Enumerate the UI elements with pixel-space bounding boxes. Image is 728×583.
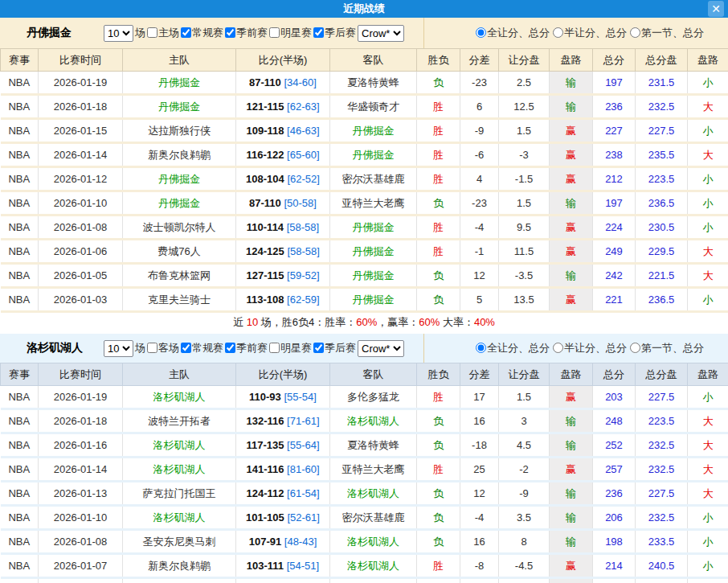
filter-checkbox-option[interactable]: 常规赛 bbox=[179, 26, 223, 40]
league-cell: NBA bbox=[1, 264, 39, 288]
point-diff-cell: 25 bbox=[460, 458, 499, 482]
game-row: NBA2026-01-07新奥尔良鹈鹕103-111 [54-51]洛杉矶湖人胜… bbox=[1, 554, 728, 578]
filter-checkbox-option[interactable]: 季前赛 bbox=[223, 341, 268, 355]
view-radio-option[interactable]: 全让分、总分 bbox=[474, 26, 550, 40]
total-line-cell: 232.5 bbox=[636, 433, 688, 458]
date-cell: 2026-01-07 bbox=[39, 554, 123, 578]
view-radio[interactable] bbox=[630, 343, 640, 353]
filter-right: 全让分、总分半让分、总分第一节、总分 bbox=[423, 18, 728, 48]
total-line-cell: 227.5 bbox=[636, 386, 688, 409]
half-score: [61-54] bbox=[284, 487, 319, 499]
view-radio-option[interactable]: 第一节、总分 bbox=[628, 26, 704, 40]
over-under-cell: 小 bbox=[688, 119, 728, 143]
col-away: 客队 bbox=[330, 363, 417, 386]
bookmaker-select[interactable]: Crow* bbox=[358, 25, 404, 42]
half-score: [54-51] bbox=[284, 560, 319, 572]
view-radio[interactable] bbox=[553, 343, 563, 353]
full-score: 87-110 bbox=[249, 197, 281, 209]
filter-checkbox-option[interactable]: 季前赛 bbox=[223, 26, 268, 40]
view-radio[interactable] bbox=[553, 27, 563, 38]
total-cell: 198 bbox=[593, 530, 636, 554]
game-row: NBA2026-01-08波士顿凯尔特人110-114 [58-58]丹佛掘金胜… bbox=[1, 216, 728, 240]
filter-checkbox-option[interactable]: 季后赛 bbox=[312, 26, 356, 40]
league-cell: NBA bbox=[1, 119, 39, 143]
total-cell: 197 bbox=[593, 191, 636, 216]
point-diff-cell: 6 bbox=[460, 578, 499, 583]
view-radio-label: 第一节、总分 bbox=[641, 341, 704, 355]
handicap-result-cell: 输 bbox=[550, 482, 593, 506]
game-row: NBA2026-01-08圣安东尼奥马刺107-91 [48-43]洛杉矶湖人负… bbox=[1, 530, 728, 554]
handicap-cell: 1.5 bbox=[499, 191, 550, 216]
score-cell: 101-105 [52-61] bbox=[236, 506, 330, 530]
total-line-cell: 223.5 bbox=[636, 409, 688, 433]
full-score: 103-111 bbox=[247, 560, 284, 572]
filter-checkbox-option[interactable]: 客场 bbox=[145, 341, 179, 355]
filter-checkbox-label: 主场 bbox=[158, 26, 179, 40]
total-line-cell: 227.5 bbox=[636, 119, 688, 143]
view-radio-group: 全让分、总分半让分、总分第一节、总分 bbox=[474, 341, 706, 356]
filter-checkbox[interactable] bbox=[225, 27, 235, 38]
view-radio[interactable] bbox=[630, 27, 640, 38]
over-under-cell: 小 bbox=[688, 506, 728, 530]
filter-checkbox-option[interactable]: 季后赛 bbox=[312, 341, 356, 355]
close-icon[interactable]: ✕ bbox=[708, 1, 724, 17]
point-diff-cell: -9 bbox=[460, 119, 499, 143]
game-row: NBA2026-01-14新奥尔良鹈鹕116-122 [65-60]丹佛掘金胜-… bbox=[1, 143, 728, 167]
handicap-cell: -1.5 bbox=[499, 167, 550, 191]
filter-checkbox[interactable] bbox=[269, 343, 280, 353]
filter-checkbox-option[interactable]: 明星赛 bbox=[268, 26, 312, 40]
half-score: [58-58] bbox=[284, 245, 320, 257]
away-team-cell: 多伦多猛龙 bbox=[330, 386, 417, 409]
handicap-cell: 9.5 bbox=[499, 216, 550, 240]
filter-checkbox[interactable] bbox=[147, 343, 157, 353]
games-suffix-label: 场 bbox=[135, 26, 145, 40]
over-under-cell: 大 bbox=[688, 482, 728, 506]
view-radio-option[interactable]: 半让分、总分 bbox=[551, 341, 627, 355]
over-under-cell: 小 bbox=[688, 554, 728, 578]
filter-checkbox[interactable] bbox=[269, 27, 280, 38]
games-count-select[interactable]: 10 bbox=[104, 25, 133, 42]
filter-checkbox[interactable] bbox=[313, 343, 324, 353]
filter-checkbox-option[interactable]: 明星赛 bbox=[268, 341, 312, 355]
score-cell: 110-93 [55-54] bbox=[236, 386, 330, 409]
point-diff-cell: -1 bbox=[460, 240, 499, 264]
handicap-result-cell: 赢 bbox=[550, 386, 593, 409]
date-cell: 2026-01-10 bbox=[39, 191, 123, 216]
handicap-result-cell: 输 bbox=[550, 578, 593, 583]
col-score: 比分(半场) bbox=[236, 363, 330, 386]
score-cell: 109-118 [46-63] bbox=[236, 119, 330, 143]
view-radio-option[interactable]: 全让分、总分 bbox=[474, 341, 550, 355]
view-radio[interactable] bbox=[476, 343, 486, 353]
view-radio-option[interactable]: 半让分、总分 bbox=[551, 26, 627, 40]
view-radio-label: 半让分、总分 bbox=[564, 26, 627, 40]
games-count-select[interactable]: 10 bbox=[104, 340, 133, 357]
date-cell: 2026-01-15 bbox=[39, 119, 123, 143]
away-team-cell: 夏洛特黄蜂 bbox=[330, 72, 417, 95]
filter-checkbox[interactable] bbox=[147, 27, 157, 38]
filter-checkbox[interactable] bbox=[225, 343, 235, 353]
filter-checkbox[interactable] bbox=[181, 343, 191, 353]
total-cell: 197 bbox=[593, 72, 636, 95]
half-score: [52-61] bbox=[284, 511, 320, 523]
league-cell: NBA bbox=[1, 167, 39, 191]
point-diff-cell: -23 bbox=[460, 72, 499, 95]
filter-checkbox-option[interactable]: 常规赛 bbox=[179, 341, 223, 355]
league-cell: NBA bbox=[1, 530, 39, 554]
win-loss-cell: 胜 bbox=[417, 95, 460, 119]
filter-checkbox[interactable] bbox=[181, 27, 191, 38]
over-under-cell: 大 bbox=[688, 240, 728, 264]
full-score: 116-122 bbox=[246, 149, 284, 161]
league-cell: NBA bbox=[1, 95, 39, 119]
win-loss-cell: 负 bbox=[417, 191, 460, 216]
half-score: [62-59] bbox=[284, 294, 319, 306]
half-score: [55-64] bbox=[284, 439, 319, 451]
game-row: NBA2026-01-06费城76人124-125 [58-58]丹佛掘金胜-1… bbox=[1, 240, 728, 264]
filter-checkbox-option[interactable]: 主场 bbox=[145, 26, 179, 40]
view-radio[interactable] bbox=[476, 27, 486, 38]
view-radio-option[interactable]: 第一节、总分 bbox=[628, 341, 704, 355]
full-score: 110-114 bbox=[247, 221, 284, 233]
win-loss-cell: 负 bbox=[417, 530, 460, 554]
league-cell: NBA bbox=[1, 554, 39, 578]
filter-checkbox[interactable] bbox=[313, 27, 324, 38]
bookmaker-select[interactable]: Crow* bbox=[358, 340, 404, 357]
